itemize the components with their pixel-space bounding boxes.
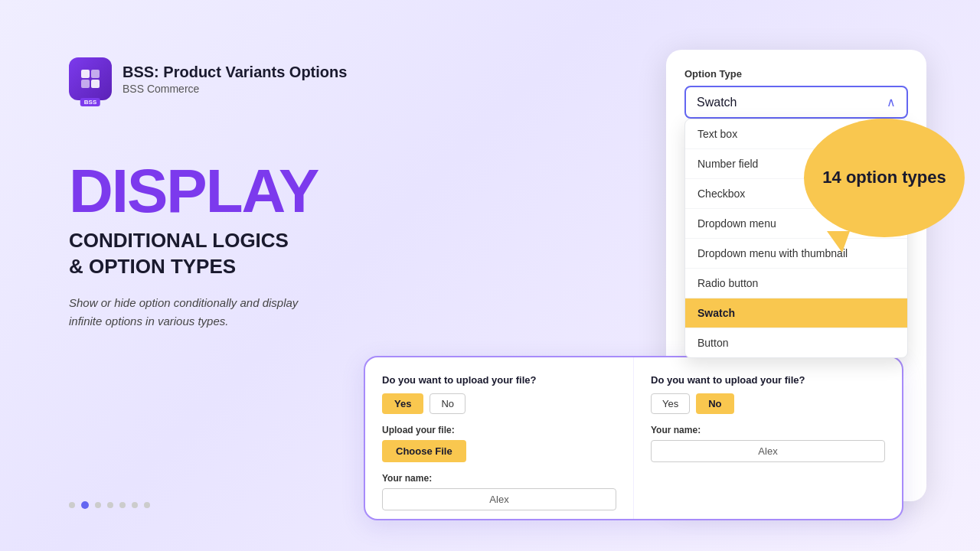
option-radio-button[interactable]: Radio button — [685, 269, 907, 298]
bubble-text: 14 option types — [807, 167, 961, 189]
svg-rect-0 — [81, 70, 90, 78]
dot-1[interactable] — [69, 502, 75, 508]
dot-4[interactable] — [107, 502, 113, 508]
upload-label: Upload your file: — [382, 425, 616, 435]
dot-6[interactable] — [132, 502, 138, 508]
logo-bss-label: BSS — [80, 98, 100, 106]
option-swatch[interactable]: Swatch — [685, 298, 907, 328]
app-subtitle: BSS Commerce — [122, 83, 347, 95]
right-card: Do you want to upload your file? Yes No … — [634, 357, 902, 519]
left-name-field[interactable]: Alex — [382, 488, 616, 510]
dot-2[interactable] — [81, 501, 89, 509]
left-yes-button[interactable]: Yes — [382, 393, 423, 414]
app-header: BSS BSS: Product Variants Options BSS Co… — [69, 57, 347, 100]
left-question: Do you want to upload your file? — [382, 374, 616, 386]
app-logo: BSS — [69, 57, 112, 100]
option-type-select[interactable]: Swatch ∧ Text box Number field Checkbox … — [684, 86, 908, 119]
hero-description: Show or hide option conditionally and di… — [69, 294, 306, 331]
hero-section: DISPLAY CONDITIONAL LOGICS & OPTION TYPE… — [69, 161, 318, 331]
option-dropdown-thumbnail[interactable]: Dropdown menu with thumbnail — [685, 239, 907, 269]
left-name-label: Your name: — [382, 473, 616, 484]
bottom-card: Do you want to upload your file? Yes No … — [364, 356, 903, 520]
right-no-button[interactable]: No — [696, 393, 733, 414]
dot-3[interactable] — [95, 502, 101, 508]
dot-7[interactable] — [144, 502, 150, 508]
choose-file-button[interactable]: Choose File — [382, 440, 466, 462]
right-name-label: Your name: — [651, 425, 885, 435]
option-type-label: Option Type — [684, 68, 908, 80]
right-question: Do you want to upload your file? — [651, 374, 885, 386]
svg-rect-1 — [91, 70, 100, 78]
right-btn-group: Yes No — [651, 393, 885, 414]
left-no-button[interactable]: No — [430, 393, 466, 414]
speech-bubble: 14 option types — [804, 119, 965, 237]
left-card: Do you want to upload your file? Yes No … — [365, 357, 634, 519]
hero-display: DISPLAY — [69, 161, 318, 222]
app-title: BSS: Product Variants Options — [122, 64, 347, 81]
left-btn-group: Yes No — [382, 393, 616, 414]
chevron-up-icon: ∧ — [887, 95, 896, 109]
select-display[interactable]: Swatch ∧ — [686, 87, 906, 117]
svg-rect-3 — [91, 80, 100, 88]
option-button[interactable]: Button — [685, 328, 907, 357]
pagination-dots — [69, 501, 150, 509]
selected-option: Swatch — [697, 96, 737, 109]
svg-rect-2 — [81, 80, 90, 88]
right-name-field[interactable]: Alex — [651, 440, 885, 462]
hero-subtitle: CONDITIONAL LOGICS & OPTION TYPES — [69, 228, 318, 280]
dot-5[interactable] — [119, 502, 126, 508]
right-yes-button[interactable]: Yes — [651, 393, 690, 414]
